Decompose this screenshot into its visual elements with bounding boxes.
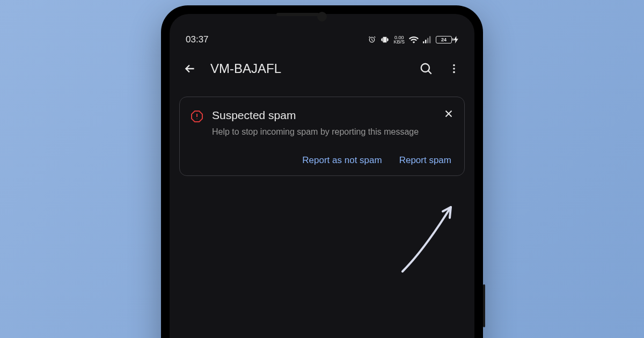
conversation-title[interactable]: VM-BAJAFL	[210, 61, 406, 76]
close-icon	[443, 108, 455, 120]
svg-point-3	[453, 68, 455, 70]
spam-card-subtitle: Help to stop incoming spam by reporting …	[212, 126, 453, 138]
signal-icon	[423, 36, 431, 43]
alarm-icon	[368, 35, 376, 44]
status-icons: 0.00 KB/S 24	[368, 35, 458, 44]
search-icon	[419, 62, 433, 76]
charging-icon	[453, 36, 458, 43]
search-button[interactable]	[419, 61, 434, 76]
app-header: VM-BAJAFL	[170, 52, 474, 86]
status-time: 03:37	[186, 34, 209, 45]
warning-icon	[191, 110, 203, 125]
report-not-spam-button[interactable]: Report as not spam	[302, 155, 382, 166]
more-vertical-icon	[448, 63, 460, 75]
dismiss-button[interactable]	[443, 108, 455, 122]
spam-warning-card: Suspected spam Help to stop incoming spa…	[179, 97, 465, 176]
card-actions: Report as not spam Report spam	[191, 155, 453, 166]
phone-screen: 03:37 0.00 KB/S	[170, 14, 474, 338]
arrow-left-icon	[183, 62, 197, 76]
card-content: Suspected spam Help to stop incoming spa…	[212, 109, 453, 138]
svg-point-4	[453, 71, 455, 74]
phone-speaker	[276, 13, 319, 16]
power-button	[483, 284, 485, 327]
svg-point-2	[453, 64, 455, 67]
wifi-icon	[409, 36, 419, 43]
report-spam-button[interactable]: Report spam	[399, 155, 451, 166]
battery-indicator: 24	[436, 36, 458, 43]
card-header: Suspected spam Help to stop incoming spa…	[191, 109, 453, 138]
phone-frame: 03:37 0.00 KB/S	[161, 5, 483, 338]
vibrate-icon	[380, 35, 389, 44]
spam-card-title: Suspected spam	[212, 109, 453, 122]
back-button[interactable]	[182, 61, 197, 76]
data-rate-indicator: 0.00 KB/S	[393, 35, 405, 44]
svg-point-1	[421, 64, 429, 72]
battery-icon: 24	[436, 36, 452, 43]
more-options-button[interactable]	[447, 61, 462, 76]
svg-rect-0	[384, 37, 386, 42]
